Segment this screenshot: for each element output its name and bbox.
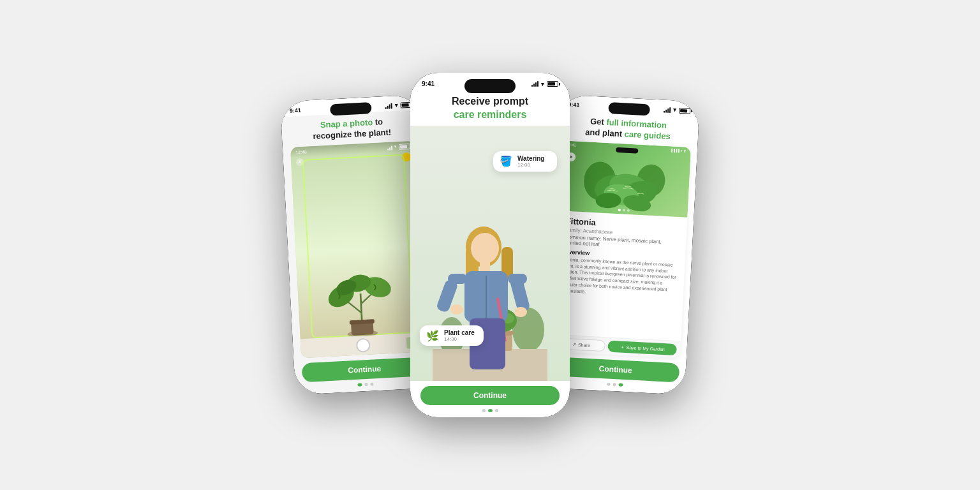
woman-svg — [433, 215, 547, 381]
battery-center — [547, 81, 558, 87]
time-center: 9:41 — [422, 80, 434, 87]
svg-rect-22 — [480, 260, 490, 272]
dot-2-left — [364, 383, 368, 386]
continue-button-left[interactable]: Continue — [302, 357, 427, 382]
shutter-button[interactable] — [356, 338, 371, 353]
left-heading-normal: to — [375, 117, 383, 127]
center-heading: Receive prompt care reminders — [410, 90, 570, 126]
dot-3-center — [495, 409, 498, 412]
phone-center: 9:41 ▾ Receive prompt — [410, 73, 570, 417]
dot-2-center — [488, 409, 493, 412]
plant-svg — [318, 264, 405, 345]
continue-button-right[interactable]: Continue — [551, 357, 679, 382]
svg-line-3 — [360, 293, 362, 320]
continue-button-center[interactable]: Continue — [420, 386, 560, 405]
signal-right — [664, 107, 671, 113]
notch-left — [330, 102, 372, 115]
dot-2-right — [612, 383, 616, 386]
right-heading-normal2: and plant — [585, 127, 625, 138]
watering-title: Watering — [517, 155, 544, 162]
mini-wifi: ▾ — [394, 144, 397, 149]
dot-1-right — [607, 383, 610, 386]
center-content: Receive prompt care reminders — [410, 90, 570, 417]
plant-card-image: 9:41 ▐▐▐▐ ▾ ▮ — [560, 140, 691, 217]
pagination-dots-center — [482, 409, 498, 412]
plantcare-time: 14:30 — [444, 336, 475, 342]
status-icons-right: ▾ — [664, 107, 690, 114]
watering-icon: 🪣 — [500, 155, 512, 167]
plantcare-icon: 🌿 — [426, 330, 439, 342]
battery-right — [679, 107, 690, 114]
svg-point-29 — [450, 304, 463, 315]
dot-1-left — [357, 383, 362, 386]
care-image-area: 🪣 Watering 12:00 🌿 Plant care 14:30 — [410, 126, 570, 381]
center-heading-green: care reminders — [454, 109, 527, 120]
right-heading-normal1: Get — [590, 117, 607, 127]
dot-1-center — [482, 409, 486, 412]
camera-time: 12:48 — [295, 149, 307, 154]
camera-screen: 12:48 ▾ — [290, 140, 426, 358]
card-notch — [616, 147, 638, 154]
phones-container: 9:41 ▾ Snap a photo — [0, 0, 980, 490]
svg-line-4 — [347, 301, 362, 314]
signal-left — [385, 103, 392, 109]
wifi-center: ▾ — [541, 81, 544, 87]
center-heading-line1: Receive prompt — [452, 96, 528, 107]
camera-view: 12:48 ▾ — [290, 140, 426, 358]
status-icons-left: ▾ — [385, 101, 412, 109]
mini-battery — [399, 144, 410, 150]
mini-status-icons: ▾ — [387, 144, 410, 151]
dot-3-left — [370, 383, 373, 386]
plant-card: 9:41 ▐▐▐▐ ▾ ▮ — [553, 140, 691, 358]
svg-point-30 — [514, 307, 527, 317]
plus-icon: ＋ — [620, 344, 625, 350]
wifi-right: ▾ — [673, 107, 677, 113]
dot-3-right — [618, 383, 623, 386]
notch-right — [608, 102, 650, 115]
notif-watering: 🪣 Watering 12:00 — [493, 151, 557, 172]
plant-overview-text: Fittonia, commonly known as the nerve pl… — [562, 256, 679, 300]
notif-plantcare-text: Plant care 14:30 — [444, 329, 475, 342]
notif-plantcare: 🌿 Plant care 14:30 — [420, 325, 484, 346]
save-to-garden-button[interactable]: ＋ Save to My Garden — [608, 341, 677, 356]
fittonia-svg — [579, 154, 672, 216]
plant-card-info: Fittonia Family: Acanthaceae Common name… — [554, 211, 688, 341]
plantcare-title: Plant care — [444, 329, 475, 336]
share-icon: ↗ — [572, 342, 576, 347]
svg-point-21 — [471, 233, 499, 264]
notif-watering-text: Watering 12:00 — [517, 155, 544, 168]
wifi-left: ▾ — [394, 102, 398, 108]
left-heading-green: Snap a photo — [320, 117, 373, 130]
center-bottom: Continue — [410, 381, 570, 417]
watering-time: 12:00 — [517, 162, 544, 168]
time-left: 9:41 — [290, 107, 302, 114]
signal-center — [531, 81, 538, 87]
status-icons-center: ▾ — [531, 81, 558, 87]
pagination-dots-right — [607, 383, 623, 387]
right-heading-green2: care guides — [624, 129, 671, 141]
notch-center — [464, 79, 516, 93]
pagination-dots-left — [357, 383, 373, 387]
plant-image-dots — [618, 209, 630, 212]
